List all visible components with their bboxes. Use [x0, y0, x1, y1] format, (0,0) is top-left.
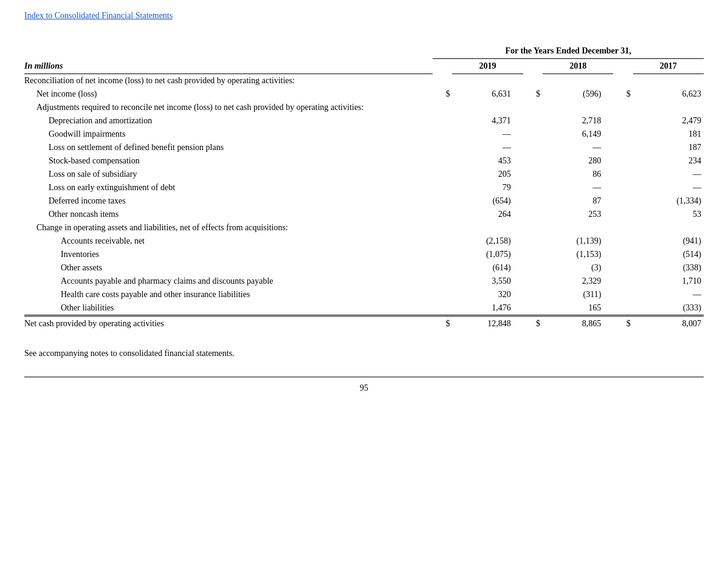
dollar-sign-2019 — [433, 221, 452, 235]
dollar-sign-2018 — [523, 301, 543, 316]
table-row: Accounts receivable, net(2,158)(1,139)(9… — [24, 235, 704, 248]
dollar-sign-2017: $ — [613, 87, 633, 101]
table-row: Depreciation and amortization4,3712,7182… — [24, 114, 704, 128]
value-2018: (311) — [543, 288, 613, 301]
dollar-sign-2017 — [613, 261, 633, 275]
dollar-sign-2018 — [523, 114, 543, 128]
value-2017: — — [633, 168, 704, 181]
dollar-sign-2017 — [613, 288, 633, 301]
dollar-sign-2018 — [523, 248, 543, 261]
table-row: Reconciliation of net income (loss) to n… — [24, 74, 704, 88]
value-2018: 2,329 — [543, 275, 613, 288]
value-2018 — [543, 74, 613, 88]
dollar-sign-2017 — [613, 301, 633, 316]
value-2018: 86 — [543, 168, 613, 181]
value-2019: 3,550 — [452, 275, 523, 288]
value-2018: 8,865 — [543, 316, 613, 331]
dollar-sign-2017 — [613, 74, 633, 88]
dollar-sign-2017: $ — [613, 316, 633, 331]
row-label: Loss on settlement of defined benefit pe… — [24, 141, 433, 154]
note-text: See accompanying notes to consolidated f… — [24, 349, 704, 358]
value-2018: 6,149 — [543, 128, 613, 141]
row-label: Other assets — [24, 261, 433, 275]
dollar-sign-2019 — [433, 128, 452, 141]
dollar-sign-2019 — [433, 168, 452, 181]
dollar-sign-2019 — [433, 101, 452, 114]
dollar-sign-2017 — [613, 101, 633, 114]
index-link[interactable]: Index to Consolidated Financial Statemen… — [24, 11, 173, 21]
dollar-sign-2019: $ — [433, 87, 452, 101]
value-2017 — [633, 221, 704, 235]
value-2018: (596) — [543, 87, 613, 101]
dollar-sign-2017 — [613, 154, 633, 168]
row-label: Other liabilities — [24, 301, 433, 316]
row-label: Reconciliation of net income (loss) to n… — [24, 74, 433, 88]
value-2017: (338) — [633, 261, 704, 275]
value-2017: (941) — [633, 235, 704, 248]
value-2019: 12,848 — [452, 316, 523, 331]
value-2018: 165 — [543, 301, 613, 316]
value-2019: — — [452, 141, 523, 154]
value-2019: — — [452, 128, 523, 141]
table-row: Health care costs payable and other insu… — [24, 288, 704, 301]
value-2017: 2,479 — [633, 114, 704, 128]
page-number: 95 — [360, 383, 368, 392]
value-2018: — — [543, 141, 613, 154]
value-2017: 1,710 — [633, 275, 704, 288]
row-label: Net income (loss) — [24, 87, 433, 101]
year-header-row: In millions 2019 2018 2017 — [24, 59, 704, 74]
value-2017: (333) — [633, 301, 704, 316]
dollar-sign-2018 — [523, 74, 543, 88]
dollar-sign-2017 — [613, 114, 633, 128]
dollar-sign-2017 — [613, 208, 633, 221]
table-row: Stock-based compensation453280234 — [24, 154, 704, 168]
dollar-sign-2019 — [433, 141, 452, 154]
dollar-sign-2018 — [523, 221, 543, 235]
table-row: Change in operating assets and liabiliti… — [24, 221, 704, 235]
row-label: Net cash provided by operating activitie… — [24, 316, 433, 331]
value-2018: 87 — [543, 194, 613, 208]
value-2019 — [452, 74, 523, 88]
dollar-sign-2019 — [433, 74, 452, 88]
table-row: Net cash provided by operating activitie… — [24, 316, 704, 331]
value-2019: 6,631 — [452, 87, 523, 101]
dollar-sign-2018: $ — [523, 316, 543, 331]
row-label: Adjustments required to reconcile net in… — [24, 101, 433, 114]
value-2017: — — [633, 288, 704, 301]
value-2019: (614) — [452, 261, 523, 275]
dollar-sign-2019 — [433, 114, 452, 128]
dollar-sign-2018 — [523, 141, 543, 154]
dollar-sign-2019 — [433, 194, 452, 208]
dollar-sign-2018 — [523, 128, 543, 141]
dollar-sign-2018 — [523, 168, 543, 181]
value-2017: 53 — [633, 208, 704, 221]
value-2018: (1,153) — [543, 248, 613, 261]
value-2019 — [452, 221, 523, 235]
row-label: Deferred income taxes — [24, 194, 433, 208]
value-2019 — [452, 101, 523, 114]
value-2019: 264 — [452, 208, 523, 221]
value-2019: (654) — [452, 194, 523, 208]
dollar-sign-2018 — [523, 275, 543, 288]
dollar-sign-2019 — [433, 301, 452, 316]
page-footer: 95 — [24, 377, 704, 393]
dollar-sign-2018 — [523, 208, 543, 221]
dollar-sign-2018 — [523, 235, 543, 248]
dollar-sign-2017 — [613, 141, 633, 154]
dollar-sign-2017 — [613, 168, 633, 181]
value-2019: (1,075) — [452, 248, 523, 261]
value-2018: (1,139) — [543, 235, 613, 248]
value-2017: 187 — [633, 141, 704, 154]
value-2019: 79 — [452, 181, 523, 194]
value-2018 — [543, 101, 613, 114]
year-2018-header: 2018 — [543, 59, 613, 74]
value-2017: 8,007 — [633, 316, 704, 331]
dollar-sign-2018 — [523, 194, 543, 208]
dollar-sign-2019 — [433, 248, 452, 261]
table-row: Other noncash items26425353 — [24, 208, 704, 221]
row-label: Other noncash items — [24, 208, 433, 221]
year-2019-header: 2019 — [452, 59, 523, 74]
table-row: Other liabilities1,476165(333) — [24, 301, 704, 316]
row-label: Change in operating assets and liabiliti… — [24, 221, 433, 235]
row-label: Accounts payable and pharmacy claims and… — [24, 275, 433, 288]
